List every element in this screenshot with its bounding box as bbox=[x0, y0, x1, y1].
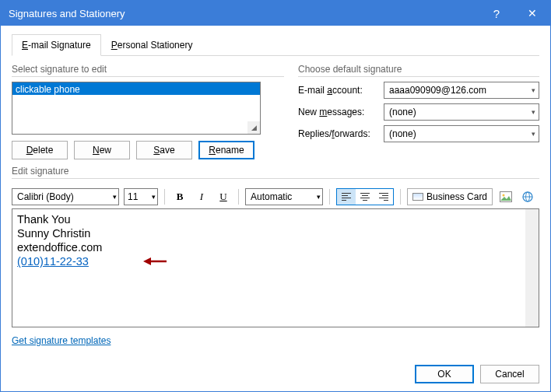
chevron-down-icon: ▾ bbox=[532, 108, 535, 116]
edit-signature-group: Calibri (Body) ▾ 11 ▾ B I U Automatic ▾ bbox=[12, 178, 539, 327]
replies-forwards-combo[interactable]: (none) ▾ bbox=[384, 125, 539, 142]
chevron-down-icon: ▾ bbox=[532, 130, 535, 138]
signature-list-item[interactable]: clickable phone bbox=[12, 82, 260, 95]
card-icon bbox=[412, 193, 423, 201]
bold-button[interactable]: B bbox=[171, 188, 188, 205]
align-center-button[interactable] bbox=[356, 189, 374, 205]
editor-line: Thank You bbox=[17, 212, 521, 226]
align-left-button[interactable] bbox=[337, 189, 356, 205]
new-messages-label: New messages: bbox=[298, 107, 384, 117]
scroll-handle[interactable]: ◢ bbox=[247, 121, 260, 134]
select-signature-group: Select signature to edit clickable phone… bbox=[12, 64, 284, 159]
titlebar-title: Signatures and Stationery bbox=[9, 8, 479, 19]
new-button[interactable]: New bbox=[74, 141, 130, 159]
default-signature-label: Choose default signature bbox=[298, 64, 539, 75]
get-templates-link[interactable]: Get signature templates bbox=[12, 335, 539, 346]
chevron-down-icon: ▾ bbox=[152, 193, 156, 201]
business-card-button[interactable]: Business Card bbox=[407, 188, 493, 205]
editor-wrap: Thank You Sunny Christin extendoffice.co… bbox=[12, 208, 539, 327]
annotation-arrow bbox=[143, 256, 167, 267]
signature-list[interactable]: clickable phone ◢ bbox=[12, 82, 261, 135]
dialog-window: Signatures and Stationery ? ✕ E-mail Sig… bbox=[0, 0, 551, 392]
font-combo[interactable]: Calibri (Body) ▾ bbox=[12, 188, 119, 205]
email-account-label: E-mail account: bbox=[298, 85, 384, 96]
close-button[interactable]: ✕ bbox=[514, 1, 550, 26]
chevron-down-icon: ▾ bbox=[532, 86, 535, 94]
svg-point-1 bbox=[503, 194, 505, 197]
separator bbox=[329, 189, 330, 205]
svg-marker-6 bbox=[143, 257, 151, 265]
replies-forwards-label: Replies/forwards: bbox=[298, 128, 384, 139]
align-right-button[interactable] bbox=[374, 189, 393, 205]
chevron-down-icon: ▾ bbox=[113, 193, 117, 201]
tabs-row: E-mail Signature Personal Stationery bbox=[12, 33, 539, 56]
separator bbox=[164, 189, 165, 205]
upper-area: Select signature to edit clickable phone… bbox=[12, 64, 539, 159]
insert-hyperlink-button[interactable] bbox=[519, 188, 536, 205]
font-color-combo[interactable]: Automatic ▾ bbox=[245, 188, 323, 205]
help-button[interactable]: ? bbox=[479, 1, 514, 26]
tab-email-signature[interactable]: E-mail Signature bbox=[12, 34, 101, 56]
editor-toolbar: Calibri (Body) ▾ 11 ▾ B I U Automatic ▾ bbox=[12, 187, 539, 207]
email-account-combo[interactable]: aaaa090909@126.com ▾ bbox=[384, 82, 539, 99]
dialog-content: E-mail Signature Personal Stationery Sel… bbox=[1, 26, 550, 357]
align-group bbox=[336, 188, 394, 205]
delete-button[interactable]: Delete bbox=[12, 141, 68, 159]
signature-button-row: Delete New Save Rename bbox=[12, 141, 284, 159]
new-messages-combo[interactable]: (none) ▾ bbox=[384, 103, 539, 121]
editor-line: extendoffice.com bbox=[17, 240, 521, 254]
underline-button[interactable]: U bbox=[215, 188, 232, 205]
editor-line: Sunny Christin bbox=[17, 226, 521, 240]
default-signature-group: Choose default signature E-mail account:… bbox=[298, 64, 539, 159]
font-size-combo[interactable]: 11 ▾ bbox=[124, 188, 158, 205]
save-button[interactable]: Save bbox=[136, 141, 192, 159]
separator bbox=[400, 189, 401, 205]
italic-button[interactable]: I bbox=[193, 188, 210, 205]
phone-hyperlink[interactable]: (010)11-22-33 bbox=[17, 255, 89, 268]
signature-editor[interactable]: Thank You Sunny Christin extendoffice.co… bbox=[12, 209, 525, 327]
tab-personal-stationery[interactable]: Personal Stationery bbox=[101, 34, 203, 56]
titlebar: Signatures and Stationery ? ✕ bbox=[1, 1, 550, 26]
insert-picture-button[interactable] bbox=[497, 188, 514, 205]
ok-button[interactable]: OK bbox=[415, 365, 474, 383]
cancel-button[interactable]: Cancel bbox=[480, 365, 539, 383]
rename-button[interactable]: Rename bbox=[198, 141, 254, 159]
dialog-footer: OK Cancel bbox=[1, 357, 550, 391]
editor-scrollbar[interactable] bbox=[525, 209, 539, 327]
separator bbox=[238, 189, 239, 205]
chevron-down-icon: ▾ bbox=[317, 193, 321, 201]
